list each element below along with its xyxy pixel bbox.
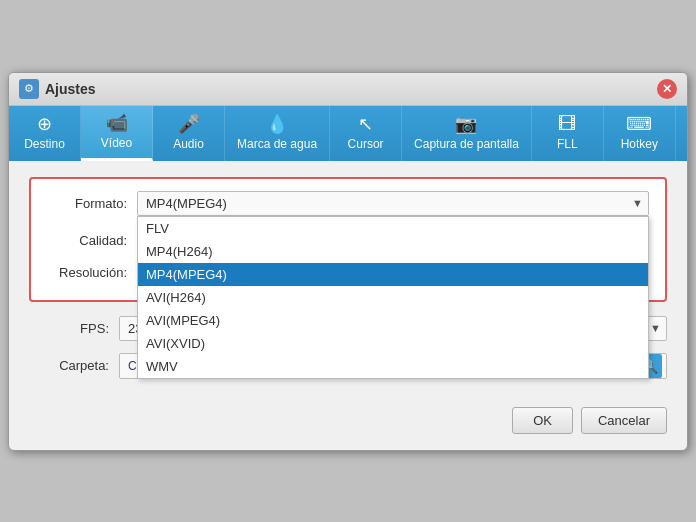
settings-icon: ⚙ [19,79,39,99]
dropdown-item-avimpeg4[interactable]: AVI(MPEG4) [138,309,648,332]
formato-label: Formato: [47,191,137,211]
dropdown-item-wmv[interactable]: WMV [138,355,648,378]
video-icon: 📹 [106,114,128,132]
settings-window: ⚙ Ajustes ✕ ⊕ Destino 📹 Vídeo 🎤 Audio 💧 … [8,72,688,451]
title-bar-left: ⚙ Ajustes [19,79,96,99]
tab-audio[interactable]: 🎤 Audio [153,106,225,161]
dropdown-item-mp4h264[interactable]: MP4(H264) [138,240,648,263]
formato-dropdown[interactable]: MP4(MPEG4) [137,191,649,216]
formato-control: MP4(MPEG4) ▼ FLV MP4(H264) MP4(MPEG4) AV… [137,191,649,216]
dropdown-item-avih264[interactable]: AVI(H264) [138,286,648,309]
tab-marca-label: Marca de agua [237,137,317,151]
content-area: Formato: MP4(MPEG4) ▼ FLV MP4(H264) MP4(… [9,161,687,407]
tab-fll[interactable]: 🎞 FLL [532,106,604,161]
audio-icon: 🎤 [178,115,200,133]
fll-icon: 🎞 [558,115,576,133]
tab-video-label: Vídeo [101,136,132,150]
tab-video[interactable]: 📹 Vídeo [81,106,153,161]
captura-icon: 📷 [455,115,477,133]
tab-audio-label: Audio [173,137,204,151]
tab-cursor-label: Cursor [348,137,384,151]
calidad-label: Calidad: [47,228,137,248]
formato-dropdown-list: FLV MP4(H264) MP4(MPEG4) AVI(H264) AVI(M… [137,216,649,379]
carpeta-label: Carpeta: [29,358,119,373]
format-section: Formato: MP4(MPEG4) ▼ FLV MP4(H264) MP4(… [29,177,667,302]
cancel-button[interactable]: Cancelar [581,407,667,434]
tab-cursor[interactable]: ↖ Cursor [330,106,402,161]
footer: OK Cancelar [9,407,687,450]
tab-destino[interactable]: ⊕ Destino [9,106,81,161]
destino-icon: ⊕ [37,115,52,133]
title-bar: ⚙ Ajustes ✕ [9,73,687,106]
resolucion-label: Resolución: [47,260,137,280]
dropdown-item-avixvid[interactable]: AVI(XVID) [138,332,648,355]
marca-icon: 💧 [266,115,288,133]
tab-captura-label: Captura de pantalla [414,137,519,151]
fps-label: FPS: [29,321,119,336]
tab-destino-label: Destino [24,137,65,151]
window-title: Ajustes [45,81,96,97]
hotkey-icon: ⌨ [626,115,652,133]
close-button[interactable]: ✕ [657,79,677,99]
tab-hotkey[interactable]: ⌨ Hotkey [604,106,676,161]
tab-marca[interactable]: 💧 Marca de agua [225,106,330,161]
cursor-icon: ↖ [358,115,373,133]
ok-button[interactable]: OK [512,407,573,434]
nav-tabs: ⊕ Destino 📹 Vídeo 🎤 Audio 💧 Marca de agu… [9,106,687,161]
tab-hotkey-label: Hotkey [621,137,658,151]
tab-captura[interactable]: 📷 Captura de pantalla [402,106,532,161]
formato-row: Formato: MP4(MPEG4) ▼ FLV MP4(H264) MP4(… [47,191,649,216]
dropdown-item-flv[interactable]: FLV [138,217,648,240]
tab-fll-label: FLL [557,137,578,151]
dropdown-item-mp4mpeg4[interactable]: MP4(MPEG4) [138,263,648,286]
